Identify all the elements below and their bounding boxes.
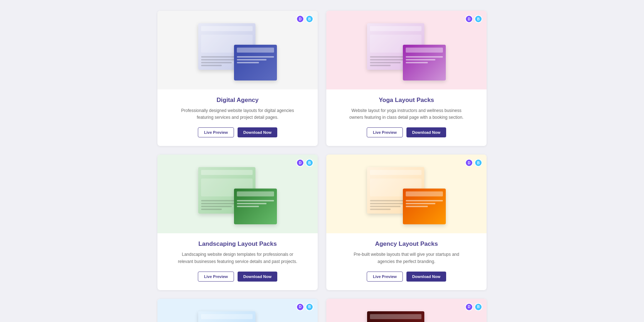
preview-button-digital-agency[interactable]: Live Preview [198,127,234,137]
badge-group-digital-agency: D B [296,15,313,23]
badge-group-handyman-layout: D B [296,303,313,311]
card-landscaping-layout: D B Landscaping Layout Packs Landscaping… [157,155,318,290]
card-handyman-layout: D B Handyman Layout Packs Website layout… [157,299,318,322]
mockup-front-digital-agency [234,45,277,80]
card-title-digital-agency: Digital Agency [166,97,309,104]
download-button-agency-layout[interactable]: Download Now [406,272,446,282]
badge-b-agency-layout: B [474,159,482,167]
badge-group-landscaping-layout: D B [296,159,313,167]
preview-button-yoga-layout[interactable]: Live Preview [367,127,403,137]
card-actions-yoga-layout: Live Preview Download Now [335,127,478,137]
card-desc-agency-layout: Pre-built website layouts that will give… [346,251,467,265]
card-actions-digital-agency: Live Preview Download Now [166,127,309,137]
badge-b-brewery-layout: B [474,303,482,311]
mockup-front-yoga-layout [403,45,446,80]
mockup-stack-yoga-layout [367,20,446,80]
badge-d-handyman-layout: D [296,303,304,311]
mockup-stack-digital-agency [198,20,277,80]
badge-b-digital-agency: B [306,15,313,23]
mockup-back-handyman-layout [198,311,255,322]
card-yoga-layout: D B Yoga Layout Packs Website layout for… [326,11,487,146]
card-image-yoga-layout: D B [326,11,487,89]
card-desc-digital-agency: Professionally designed website layouts … [177,107,298,121]
badge-b-handyman-layout: B [306,303,313,311]
mockup-front-agency-layout [403,189,446,224]
badge-group-agency-layout: D B [465,159,482,167]
card-actions-landscaping-layout: Live Preview Download Now [166,272,309,282]
card-desc-yoga-layout: Website layout for yoga instructors and … [346,107,467,121]
badge-d-agency-layout: D [465,159,473,167]
download-button-digital-agency[interactable]: Download Now [238,127,277,137]
mockup-stack-handyman-layout [198,308,277,322]
card-body-yoga-layout: Yoga Layout Packs Website layout for yog… [326,89,487,146]
card-agency-layout: D B Agency Layout Packs Pre-built websit… [326,155,487,290]
card-image-agency-layout: D B [326,155,487,233]
mockup-front-landscaping-layout [234,189,277,224]
download-button-yoga-layout[interactable]: Download Now [406,127,446,137]
card-body-landscaping-layout: Landscaping Layout Packs Landscaping web… [157,233,318,290]
badge-group-yoga-layout: D B [465,15,482,23]
card-body-agency-layout: Agency Layout Packs Pre-built website la… [326,233,487,290]
card-brewery-layout: D B Brewery Layout Packs Website design … [326,299,487,322]
preview-button-landscaping-layout[interactable]: Live Preview [198,272,234,282]
mockup-stack-landscaping-layout [198,164,277,224]
mockup-back-brewery-layout [367,311,424,322]
layout-packs-grid: D B Digital Agency Professionally design… [157,11,487,322]
download-button-landscaping-layout[interactable]: Download Now [238,272,277,282]
badge-b-landscaping-layout: B [306,159,313,167]
badge-d-brewery-layout: D [465,303,473,311]
badge-d-yoga-layout: D [465,15,473,23]
badge-d-digital-agency: D [296,15,304,23]
badge-b-yoga-layout: B [474,15,482,23]
card-digital-agency: D B Digital Agency Professionally design… [157,11,318,146]
card-actions-agency-layout: Live Preview Download Now [335,272,478,282]
card-image-landscaping-layout: D B [157,155,318,233]
card-title-yoga-layout: Yoga Layout Packs [335,97,478,104]
card-desc-landscaping-layout: Landscaping website design templates for… [177,251,298,265]
badge-group-brewery-layout: D B [465,303,482,311]
mockup-stack-agency-layout [367,164,446,224]
card-title-agency-layout: Agency Layout Packs [335,240,478,248]
badge-d-landscaping-layout: D [296,159,304,167]
card-image-digital-agency: D B [157,11,318,89]
card-body-digital-agency: Digital Agency Professionally designed w… [157,89,318,146]
card-title-landscaping-layout: Landscaping Layout Packs [166,240,309,248]
card-image-handyman-layout: D B [157,299,318,322]
preview-button-agency-layout[interactable]: Live Preview [367,272,403,282]
card-image-brewery-layout: D B [326,299,487,322]
mockup-stack-brewery-layout [367,308,446,322]
